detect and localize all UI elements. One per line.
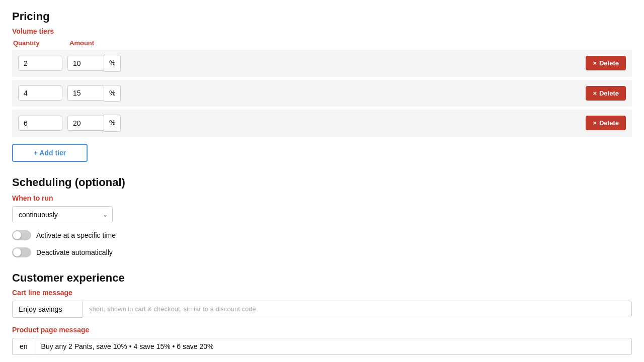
tier-percent-badge: % (104, 115, 121, 132)
delete-label: Delete (599, 119, 619, 127)
table-row: %×Delete (12, 80, 632, 107)
close-icon: × (593, 89, 597, 97)
product-page-message-input[interactable] (35, 338, 632, 355)
activate-toggle[interactable] (12, 230, 31, 240)
product-page-message-label: Product page message (12, 326, 632, 334)
delete-label: Delete (599, 89, 619, 97)
tier-amount-wrapper: % (67, 115, 121, 132)
delete-tier-button[interactable]: ×Delete (586, 116, 626, 130)
table-column-headers: Quantity Amount (12, 39, 632, 47)
table-row: %×Delete (12, 50, 632, 77)
col-header-amount: Amount (69, 39, 120, 47)
table-row: %×Delete (12, 110, 632, 137)
delete-tier-button[interactable]: ×Delete (586, 86, 626, 101)
volume-tiers-label: Volume tiers (12, 27, 632, 35)
pricing-section: Pricing Volume tiers Quantity Amount %×D… (12, 10, 632, 162)
close-icon: × (593, 119, 597, 127)
tier-amount-input[interactable] (67, 85, 104, 101)
tier-amount-wrapper: % (67, 85, 121, 102)
when-to-run-wrapper: continuouslyscheduled ⌄ (12, 206, 113, 223)
pricing-title: Pricing (12, 10, 632, 23)
cart-line-message-row: short; shown in cart & checkout, simiar … (12, 301, 632, 318)
language-badge: en (12, 338, 35, 355)
cart-input-hint: short; shown in cart & checkout, simiar … (83, 301, 632, 317)
tier-quantity-input[interactable] (18, 85, 62, 101)
tier-quantity-input[interactable] (18, 116, 62, 131)
tiers-container: %×Delete%×Delete%×Delete (12, 50, 632, 137)
product-page-message-row: en (12, 338, 632, 355)
tier-amount-wrapper: % (67, 55, 121, 72)
cart-line-message-input[interactable] (12, 301, 83, 318)
customer-experience-section: Customer experience Cart line message sh… (12, 272, 632, 355)
col-header-quantity: Quantity (13, 39, 63, 47)
customer-experience-title: Customer experience (12, 272, 632, 285)
scheduling-title: Scheduling (optional) (12, 176, 632, 189)
deactivate-label: Deactivate automatically (36, 248, 113, 256)
activate-toggle-row: Activate at a specific time (12, 230, 632, 240)
tier-percent-badge: % (104, 55, 121, 72)
cart-line-message-label: Cart line message (12, 289, 632, 297)
scheduling-section: Scheduling (optional) When to run contin… (12, 176, 632, 257)
tier-percent-badge: % (104, 85, 121, 102)
add-tier-button[interactable]: + Add tier (12, 144, 88, 162)
close-icon: × (593, 59, 597, 67)
when-to-run-label: When to run (12, 194, 632, 202)
tier-quantity-input[interactable] (18, 56, 62, 71)
tier-amount-input[interactable] (67, 116, 104, 131)
when-to-run-select[interactable]: continuouslyscheduled (12, 206, 113, 223)
deactivate-toggle[interactable] (12, 247, 31, 257)
delete-label: Delete (599, 59, 619, 67)
tier-amount-input[interactable] (67, 56, 104, 71)
activate-label: Activate at a specific time (36, 231, 116, 239)
delete-tier-button[interactable]: ×Delete (586, 56, 626, 70)
deactivate-toggle-row: Deactivate automatically (12, 247, 632, 257)
